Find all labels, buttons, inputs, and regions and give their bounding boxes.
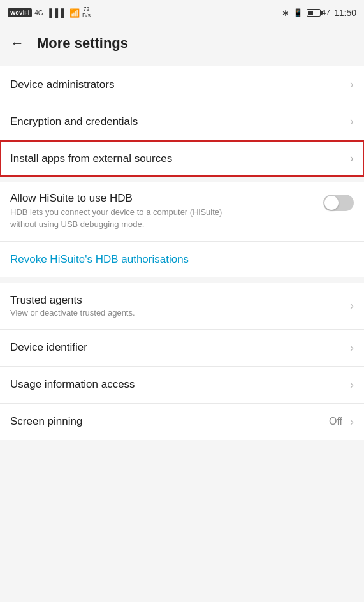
chevron-icon: › (350, 115, 354, 128)
status-right: ∗ 📱 47 11:50 (282, 8, 356, 18)
battery-outline (307, 9, 321, 17)
bluetooth-icon: ∗ (282, 8, 289, 18)
chevron-icon: › (350, 415, 354, 429)
screen-pinning-text: Screen pinning (10, 415, 329, 428)
install-apps-item[interactable]: Install apps from external sources › (0, 140, 364, 177)
page-title: More settings (37, 35, 128, 52)
status-bar: WoViFi 4G+ ▌▌▌ 📶 72 B/s ∗ 📱 47 11:50 (0, 0, 364, 26)
network-type: 4G+ (34, 10, 47, 17)
encryption-credentials-text: Encryption and credentials (10, 115, 345, 128)
trusted-agents-title: Trusted agents (10, 294, 345, 307)
usage-information-item[interactable]: Usage information access › (0, 367, 364, 404)
top-settings-list: Device administrators › Encryption and c… (0, 66, 364, 177)
usage-information-title: Usage information access (10, 378, 345, 391)
hdb-section: Allow HiSuite to use HDB HDB lets you co… (0, 182, 364, 277)
screen-pinning-item[interactable]: Screen pinning Off › (0, 404, 364, 440)
device-identifier-text: Device identifier (10, 341, 345, 354)
chevron-icon: › (350, 341, 354, 355)
chevron-icon: › (350, 378, 354, 392)
install-apps-title: Install apps from external sources (10, 152, 345, 165)
hdb-content: Allow HiSuite to use HDB HDB lets you co… (10, 192, 316, 231)
device-identifier-title: Device identifier (10, 341, 345, 354)
trusted-agents-text: Trusted agents View or deactivate truste… (10, 294, 345, 318)
hdb-subtitle: HDB lets you connect your device to a co… (10, 207, 246, 231)
screen-pinning-title: Screen pinning (10, 415, 329, 428)
lower-section: Trusted agents View or deactivate truste… (0, 283, 364, 440)
status-left: WoViFi 4G+ ▌▌▌ 📶 72 B/s (8, 6, 91, 19)
screen-pinning-value: Off (329, 416, 342, 427)
header: ← More settings (0, 26, 364, 61)
chevron-icon: › (350, 78, 354, 91)
battery-fill (308, 11, 313, 15)
revoke-text: Revoke HiSuite's HDB authorisations (10, 253, 189, 265)
device-administrators-text: Device administrators (10, 78, 345, 91)
chevron-icon: › (350, 152, 354, 165)
encryption-credentials-title: Encryption and credentials (10, 115, 345, 128)
device-administrators-item[interactable]: Device administrators › (0, 66, 364, 103)
chevron-icon: › (350, 299, 354, 312)
device-identifier-item[interactable]: Device identifier › (0, 330, 364, 367)
battery-indicator: 47 (307, 8, 330, 17)
speed-display: 72 B/s (82, 6, 91, 19)
wifi-icon: 📶 (69, 8, 80, 18)
wovifi-label: WoViFi (8, 8, 32, 17)
revoke-item[interactable]: Revoke HiSuite's HDB authorisations (0, 242, 364, 277)
hdb-title: Allow HiSuite to use HDB (10, 192, 316, 205)
phone-icon: 📱 (293, 8, 303, 17)
encryption-credentials-item[interactable]: Encryption and credentials › (0, 103, 364, 140)
hdb-toggle[interactable] (323, 195, 354, 211)
toggle-knob (324, 196, 339, 210)
trusted-agents-subtitle: View or deactivate trusted agents. (10, 308, 345, 318)
hdb-item[interactable]: Allow HiSuite to use HDB HDB lets you co… (0, 182, 364, 242)
trusted-agents-item[interactable]: Trusted agents View or deactivate truste… (0, 283, 364, 330)
install-apps-text: Install apps from external sources (10, 152, 345, 165)
clock: 11:50 (334, 8, 356, 18)
usage-information-text: Usage information access (10, 378, 345, 391)
signal-bars-icon: ▌▌▌ (49, 8, 67, 18)
back-button[interactable]: ← (10, 36, 24, 50)
battery-percent: 47 (322, 8, 330, 17)
device-administrators-title: Device administrators (10, 78, 345, 91)
